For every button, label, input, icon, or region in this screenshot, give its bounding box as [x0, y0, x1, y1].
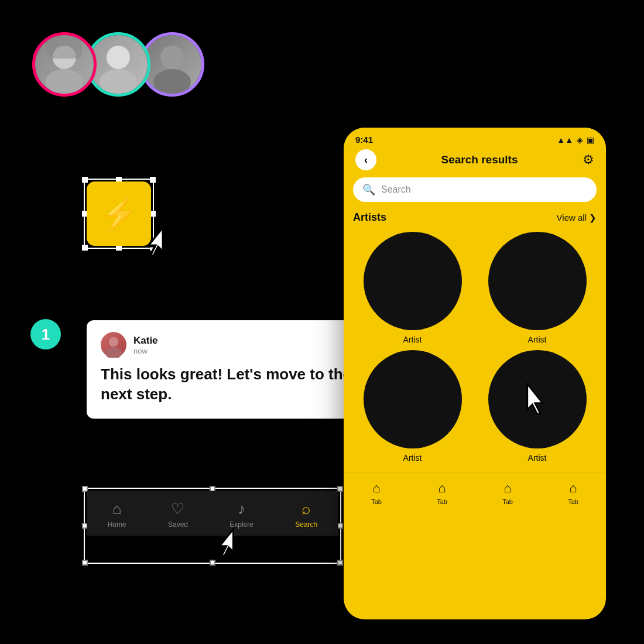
- cursor-nav: [211, 527, 238, 565]
- artist-image-1: [364, 232, 462, 330]
- tab-icon-2: ⌂: [438, 481, 446, 496]
- nav-handle-bl[interactable]: [82, 560, 88, 566]
- artist-label-4: Artist: [528, 453, 547, 463]
- back-button[interactable]: ‹: [355, 149, 376, 170]
- battery-icon: ▣: [587, 135, 594, 145]
- phone-tab-bar: ⌂ Tab ⌂ Tab ⌂ Tab ⌂ Tab: [344, 472, 606, 516]
- avatar-1: [32, 32, 97, 97]
- comment-text: This looks great! Let's move to the next…: [101, 365, 365, 405]
- page-title: Search results: [441, 153, 518, 166]
- status-time: 9:41: [355, 135, 373, 145]
- phone-frame: 9:41 ▲▲ ◈ ▣ ‹ Search results ⚙ 🔍 Search …: [344, 128, 606, 619]
- badge-one: 1: [30, 319, 61, 350]
- artists-label: Artists: [353, 211, 386, 224]
- signal-icon: ▲▲: [557, 135, 573, 145]
- view-all-button[interactable]: View all ❯: [557, 213, 597, 223]
- artist-image-3: [364, 350, 462, 448]
- status-bar: 9:41 ▲▲ ◈ ▣: [344, 128, 606, 145]
- nav-item-explore[interactable]: ♪ Explore: [229, 500, 254, 529]
- tab-label-4: Tab: [568, 498, 578, 505]
- saved-icon: ♡: [171, 500, 184, 518]
- search-bar[interactable]: 🔍 Search: [353, 177, 597, 202]
- nav-label-home: Home: [108, 520, 126, 529]
- artist-card-3[interactable]: Artist: [353, 350, 472, 463]
- phone-tab-1[interactable]: ⌂ Tab: [371, 481, 382, 505]
- tab-icon-4: ⌂: [569, 481, 577, 496]
- artist-label-2: Artist: [528, 335, 547, 344]
- handle-tl[interactable]: [82, 177, 88, 183]
- svg-point-1: [46, 69, 83, 94]
- svg-point-8: [105, 347, 122, 358]
- nav-item-saved[interactable]: ♡ Saved: [168, 500, 188, 529]
- comment-time: now: [133, 347, 158, 355]
- chevron-right-icon: ❯: [589, 213, 597, 223]
- comment-bubble: Katie now This looks great! Let's move t…: [87, 320, 379, 419]
- search-icon-phone: 🔍: [362, 183, 375, 196]
- tab-label-1: Tab: [371, 498, 382, 505]
- artist-label-3: Artist: [403, 453, 422, 463]
- tab-icon-1: ⌂: [372, 481, 380, 496]
- search-placeholder: Search: [381, 184, 411, 195]
- artist-card-4[interactable]: Artist: [478, 350, 597, 463]
- comment-name: Katie: [133, 335, 158, 347]
- home-icon: ⌂: [112, 500, 122, 518]
- handle-tr[interactable]: [150, 177, 156, 183]
- settings-icon[interactable]: ⚙: [583, 152, 594, 167]
- tab-label-3: Tab: [502, 498, 513, 505]
- artist-card-2[interactable]: Artist: [478, 232, 597, 344]
- svg-point-5: [160, 46, 184, 69]
- phone-tab-3[interactable]: ⌂ Tab: [502, 481, 513, 505]
- nav-label-search: Search: [295, 520, 317, 529]
- tab-icon-3: ⌂: [503, 481, 511, 496]
- avatar-cluster: [32, 32, 194, 97]
- status-icons: ▲▲ ◈ ▣: [557, 135, 594, 145]
- cursor-lightning: [139, 225, 167, 265]
- artist-label-1: Artist: [403, 335, 422, 344]
- svg-rect-2: [47, 35, 82, 59]
- artist-image-4: [488, 350, 587, 448]
- artist-grid: Artist Artist Artist Artist: [344, 232, 606, 472]
- artist-image-2: [488, 232, 587, 330]
- explore-icon: ♪: [238, 500, 245, 518]
- nav-handle-br[interactable]: [337, 560, 343, 566]
- comment-header: Katie now: [101, 332, 365, 358]
- phone-header: ‹ Search results ⚙: [344, 145, 606, 177]
- artists-header: Artists View all ❯: [344, 211, 606, 232]
- wifi-icon: ◈: [577, 135, 583, 145]
- svg-point-7: [109, 337, 118, 347]
- comment-avatar: [101, 332, 126, 358]
- svg-point-6: [153, 69, 191, 94]
- nav-item-home[interactable]: ⌂ Home: [108, 500, 126, 529]
- comment-meta: Katie now: [133, 335, 158, 355]
- nav-item-search[interactable]: ⌕ Search: [295, 500, 317, 529]
- svg-point-3: [107, 46, 130, 69]
- svg-point-4: [100, 69, 137, 94]
- nav-label-saved: Saved: [168, 520, 188, 529]
- phone-tab-2[interactable]: ⌂ Tab: [437, 481, 447, 505]
- handle-bl[interactable]: [82, 245, 88, 251]
- search-icon: ⌕: [302, 500, 311, 518]
- artist-card-1[interactable]: Artist: [353, 232, 472, 344]
- phone-tab-4[interactable]: ⌂ Tab: [568, 481, 578, 505]
- tab-label-2: Tab: [437, 498, 447, 505]
